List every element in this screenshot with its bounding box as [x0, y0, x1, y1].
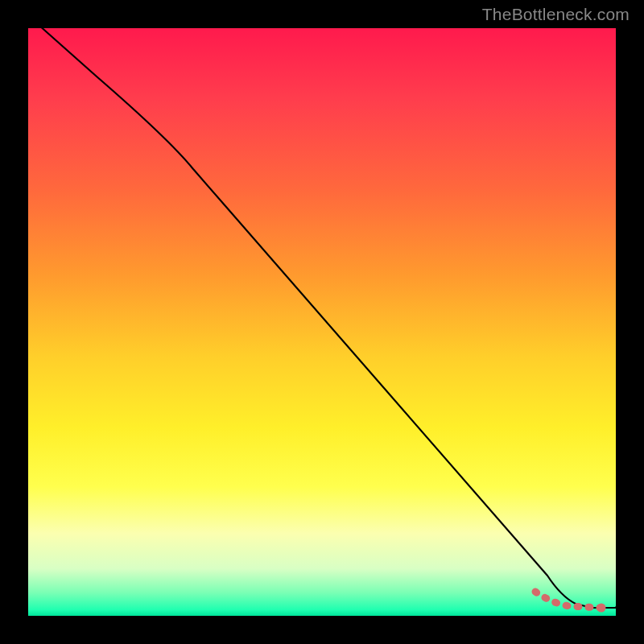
watermark-text: TheBottleneck.com [482, 5, 630, 24]
chart-overlay [28, 28, 616, 616]
chart-frame: TheBottleneck.com [0, 0, 644, 644]
highlight-end-dot [597, 604, 606, 613]
series-curve [24, 12, 624, 608]
